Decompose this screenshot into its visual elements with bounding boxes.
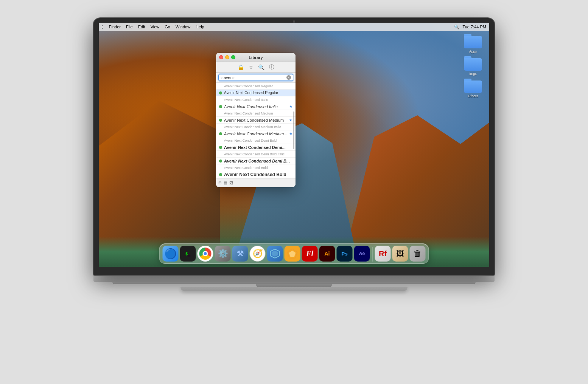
window-title: Library xyxy=(249,55,263,60)
toolbar-info-icon[interactable]: ⓘ xyxy=(269,64,274,71)
search-clear-button[interactable]: ✕ xyxy=(286,75,291,80)
font-name-7: Avenir Next Condensed Medium Italic xyxy=(224,125,292,129)
dock-item-chrome[interactable] xyxy=(198,246,213,262)
font-star-4: ★ xyxy=(289,104,292,108)
desktop-icon-others-label: Others xyxy=(462,94,484,98)
folder-icon-others xyxy=(464,79,482,93)
footer-icon-3[interactable]: 🖼 xyxy=(229,181,233,185)
font-name-9: Avenir Next Condensed Demi Bold xyxy=(224,139,292,142)
footer-icon-1[interactable]: ⊞ xyxy=(218,181,221,185)
dock-item-sketch[interactable] xyxy=(285,246,300,262)
menubar-finder[interactable]: Finder xyxy=(109,25,121,29)
toolbar-lock-icon[interactable]: 🔒 xyxy=(238,64,244,70)
font-name-11: Avenir Next Condensed Demi Bold Italic xyxy=(224,152,292,156)
chrome-outer-ring xyxy=(199,248,212,260)
desktop-icon-imgs[interactable]: Imgs xyxy=(460,56,486,76)
menubar:  Finder File Edit View Go Window Help 🔍… xyxy=(99,23,489,31)
font-dot-empty-13 xyxy=(219,166,222,169)
mountain-right xyxy=(345,108,489,252)
dock: 🔵 $_ ⚙️ ⚒ xyxy=(159,243,429,264)
desktop-icon-others[interactable]: Others xyxy=(460,79,486,98)
scrollbar-thumb[interactable] xyxy=(293,111,294,150)
font-row-1[interactable]: Avenir Next Condensed Regular xyxy=(216,83,296,90)
font-name-3: Avenir Next Condensed Italic xyxy=(224,98,292,102)
font-dot-empty-3 xyxy=(219,98,222,101)
desktop-icon-apps[interactable]: Apps xyxy=(460,34,486,53)
font-name-6: Avenir Next Condensed Medium xyxy=(224,118,288,122)
macbook-bottom xyxy=(180,287,408,291)
font-dot-6 xyxy=(219,119,222,122)
menubar-go[interactable]: Go xyxy=(165,25,170,29)
font-row-14[interactable]: Avenir Next Condensed Bold xyxy=(216,171,296,178)
font-name-13: Avenir Next Condensed Bold xyxy=(224,166,292,170)
apple-menu-icon[interactable]:  xyxy=(102,24,104,30)
window-minimize-button[interactable] xyxy=(225,55,229,59)
screen-bezel:  Finder File Edit View Go Window Help 🔍… xyxy=(93,18,495,275)
font-row-5[interactable]: Avenir Next Condensed Medium xyxy=(216,110,296,117)
macbook:  Finder File Edit View Go Window Help 🔍… xyxy=(86,18,502,366)
font-dot-12 xyxy=(219,159,222,163)
font-row-9[interactable]: Avenir Next Condensed Demi Bold xyxy=(216,137,296,144)
menubar-help[interactable]: Help xyxy=(196,25,204,29)
dock-item-arkcase[interactable] xyxy=(267,246,283,262)
font-row-11[interactable]: Avenir Next Condensed Demi Bold Italic xyxy=(216,151,296,158)
menubar-file[interactable]: File xyxy=(126,25,133,29)
dock-item-finder[interactable]: 🔵 xyxy=(163,246,179,262)
font-dot-8 xyxy=(219,132,222,135)
font-list[interactable]: Avenir Next Condensed Regular Avenir Nex… xyxy=(216,83,296,178)
folder-icon-apps xyxy=(464,34,482,48)
menubar-view[interactable]: View xyxy=(151,25,160,29)
dock-item-aftereffects[interactable]: Ae xyxy=(354,246,370,262)
font-star-6: ★ xyxy=(289,118,292,122)
menubar-window[interactable]: Window xyxy=(176,25,190,29)
menubar-spotlight-icon[interactable]: 🔍 xyxy=(454,25,459,29)
font-name-10: Avenir Next Condensed Demi... xyxy=(224,145,292,150)
font-dot-10 xyxy=(219,146,222,149)
dock-item-trash[interactable]: 🗑 xyxy=(410,246,426,262)
dock-item-illustrator[interactable]: Ai xyxy=(319,246,335,262)
dock-item-terminal[interactable]: $_ xyxy=(180,246,196,262)
font-dot-4 xyxy=(219,105,222,108)
dock-item-systemprefs[interactable]: ⚙️ xyxy=(215,246,231,262)
search-input-value[interactable]: avenir xyxy=(224,75,286,80)
font-row-12[interactable]: Avenir Next Condensed Demi B... xyxy=(216,158,296,164)
font-row-2[interactable]: Avenir Next Condensed Regular xyxy=(216,90,296,96)
folder-body-others xyxy=(464,81,482,93)
search-bar: ⌕ avenir ✕ xyxy=(216,73,296,83)
font-name-8: Avenir Next Condensed Medium... xyxy=(224,132,288,136)
dock-item-readiris[interactable]: Rf xyxy=(375,246,391,262)
traffic-lights xyxy=(219,55,235,59)
font-name-4: Avenir Next Condensed Italic xyxy=(224,104,288,109)
font-row-7[interactable]: Avenir Next Condensed Medium Italic xyxy=(216,124,296,130)
dock-item-safari[interactable]: 🧭 xyxy=(250,246,266,262)
footer-icon-2[interactable]: ▤ xyxy=(224,181,227,185)
window-zoom-button[interactable] xyxy=(231,55,235,59)
macbook-base xyxy=(93,275,495,282)
menubar-edit[interactable]: Edit xyxy=(138,25,145,29)
toolbar-star-icon[interactable]: ☆ xyxy=(249,64,254,70)
window-close-button[interactable] xyxy=(219,55,223,59)
font-row-10[interactable]: Avenir Next Condensed Demi... xyxy=(216,144,296,151)
dock-item-preview[interactable]: 🖼 xyxy=(392,246,408,262)
chrome-inner-circle xyxy=(203,251,208,256)
scrollbar-track xyxy=(293,83,295,178)
arkcase-icon-svg xyxy=(270,248,280,259)
font-row-6[interactable]: Avenir Next Condensed Medium ★ xyxy=(216,117,296,124)
dock-item-xcode[interactable]: ⚒ xyxy=(232,246,248,262)
font-library-window: Library 🔒 ☆ 🔍 ⓘ ⌕ avenir ✕ xyxy=(216,53,296,187)
desktop-icons: Apps Imgs Others xyxy=(460,34,486,98)
font-row-8[interactable]: Avenir Next Condensed Medium... ★ xyxy=(216,130,296,137)
font-name-2: Avenir Next Condensed Regular xyxy=(224,91,292,95)
font-name-1: Avenir Next Condensed Regular xyxy=(224,84,292,88)
toolbar-search-icon[interactable]: 🔍 xyxy=(258,64,264,70)
font-name-12: Avenir Next Condensed Demi B... xyxy=(224,159,292,163)
font-row-13[interactable]: Avenir Next Condensed Bold xyxy=(216,164,296,171)
font-dot-14 xyxy=(219,173,222,176)
dock-item-flash[interactable]: Fl xyxy=(302,246,318,262)
menubar-right: 🔍 Tue 7:44 PM xyxy=(454,25,486,29)
font-row-4[interactable]: Avenir Next Condensed Italic ★ xyxy=(216,103,296,110)
desktop-icon-imgs-label: Imgs xyxy=(462,72,484,76)
font-row-3[interactable]: Avenir Next Condensed Italic xyxy=(216,96,296,103)
search-input-container[interactable]: ⌕ avenir ✕ xyxy=(218,74,293,81)
dock-item-photoshop[interactable]: Ps xyxy=(337,246,353,262)
